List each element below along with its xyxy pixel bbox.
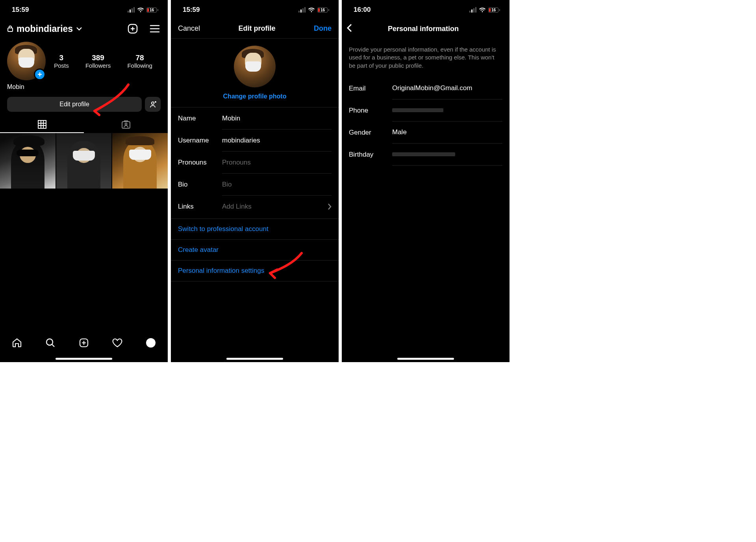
followers-stat[interactable]: 389 Followers (85, 54, 111, 69)
bio-placeholder[interactable]: Bio (222, 174, 332, 196)
pronouns-label: Pronouns (178, 159, 222, 166)
signal-icon (128, 7, 135, 13)
phone-value[interactable] (392, 100, 502, 122)
activity-tab[interactable] (112, 338, 122, 348)
change-photo-button[interactable]: Change profile photo (223, 93, 287, 100)
avatar[interactable]: + (7, 42, 46, 80)
grid-tab[interactable] (0, 116, 84, 133)
annotation-arrow-icon (265, 251, 305, 283)
wifi-icon (308, 7, 315, 13)
svg-point-5 (125, 123, 127, 125)
chevron-left-icon (346, 24, 352, 32)
post-grid (0, 133, 168, 189)
redacted-icon (392, 108, 443, 112)
chevron-down-icon[interactable] (76, 27, 82, 31)
menu-button[interactable] (149, 23, 161, 35)
create-post-button[interactable] (127, 23, 139, 35)
followers-count: 389 (85, 54, 111, 62)
signal-icon (469, 7, 476, 13)
links-field[interactable]: Links Add Links (171, 196, 339, 218)
post-thumbnail[interactable] (56, 133, 112, 189)
following-count: 78 (127, 54, 152, 62)
add-story-icon[interactable]: + (34, 68, 46, 80)
svg-point-6 (46, 339, 53, 345)
email-field[interactable]: Email OriginalMobin@Gmail.com (342, 78, 510, 100)
status-time: 15:59 (12, 6, 29, 14)
content-tabs (0, 116, 168, 133)
links-label: Links (178, 203, 222, 211)
username-value[interactable]: mobindiaries (222, 129, 332, 152)
battery-icon: 16 (317, 7, 329, 13)
links-placeholder[interactable]: Add Links (222, 196, 332, 218)
done-button[interactable]: Done (314, 24, 332, 33)
status-bar: 15:59 16 (0, 0, 168, 20)
birthday-field[interactable]: Birthday (342, 144, 510, 166)
post-thumbnail[interactable] (0, 133, 56, 189)
username-label: Username (178, 137, 222, 144)
posts-stat[interactable]: 3 Posts (54, 54, 69, 69)
personal-info-button[interactable]: Personal information settings (171, 261, 339, 281)
status-time: 15:59 (183, 6, 200, 14)
gender-field[interactable]: Gender Male (342, 122, 510, 144)
display-name: Mobin (0, 80, 168, 94)
back-button[interactable] (346, 24, 352, 34)
svg-rect-3 (38, 120, 46, 128)
following-label: Following (127, 62, 152, 69)
intro-text: Provide your personal information, even … (342, 39, 510, 78)
pronouns-field[interactable]: Pronouns Pronouns (171, 152, 339, 174)
phone-label: Phone (349, 107, 392, 115)
home-tab[interactable] (12, 338, 22, 348)
username-selector[interactable]: mobindiaries (17, 24, 73, 34)
followers-label: Followers (85, 62, 111, 69)
nav-bar: Personal information (342, 20, 510, 39)
links-placeholder-text: Add Links (222, 203, 252, 211)
gender-value[interactable]: Male (392, 122, 502, 144)
svg-point-8 (146, 338, 156, 348)
create-avatar-button[interactable]: Create avatar (171, 240, 339, 261)
stats-row: + 3 Posts 389 Followers 78 Following (0, 38, 168, 80)
nav-bar: Cancel Edit profile Done (171, 20, 339, 39)
search-tab[interactable] (45, 338, 56, 348)
post-thumbnail[interactable] (112, 133, 168, 189)
wifi-icon (479, 7, 486, 13)
svg-rect-0 (8, 28, 13, 31)
status-time: 16:00 (354, 6, 371, 14)
status-right: 16 (469, 7, 500, 13)
avatar[interactable] (234, 46, 276, 87)
name-field[interactable]: Name Mobin (171, 107, 339, 129)
screen-profile: 15:59 16 mobindiaries + (0, 0, 168, 362)
gender-label: Gender (349, 129, 392, 137)
screen-edit-profile: 15:59 16 Cancel Edit profile Done Change… (171, 0, 339, 362)
home-indicator (226, 358, 283, 360)
wifi-icon (137, 7, 144, 13)
reels-tab[interactable] (79, 338, 89, 348)
status-right: 16 (128, 7, 158, 13)
home-indicator (397, 358, 454, 360)
lock-icon (7, 25, 13, 32)
profile-header: mobindiaries (0, 20, 168, 38)
svg-point-2 (152, 102, 154, 104)
edit-form: Name Mobin Username mobindiaries Pronoun… (171, 107, 339, 218)
username-field[interactable]: Username mobindiaries (171, 129, 339, 152)
redacted-icon (392, 152, 455, 156)
bio-field[interactable]: Bio Bio (171, 174, 339, 196)
battery-icon: 16 (146, 7, 158, 13)
email-value[interactable]: OriginalMobin@Gmail.com (392, 78, 502, 100)
following-stat[interactable]: 78 Following (127, 54, 152, 69)
profile-tab[interactable] (146, 338, 156, 348)
name-label: Name (178, 115, 222, 122)
pronouns-placeholder[interactable]: Pronouns (222, 152, 332, 174)
chevron-right-icon (328, 203, 332, 210)
signal-icon (298, 7, 306, 13)
status-bar: 15:59 16 (171, 0, 339, 20)
birthday-value[interactable] (392, 144, 502, 166)
cancel-button[interactable]: Cancel (178, 24, 200, 33)
posts-label: Posts (54, 62, 69, 69)
switch-professional-button[interactable]: Switch to professional account (171, 218, 339, 240)
edit-profile-button[interactable]: Edit profile (7, 97, 142, 112)
page-title: Edit profile (239, 24, 276, 33)
discover-people-button[interactable] (145, 97, 161, 112)
name-value[interactable]: Mobin (222, 107, 332, 129)
tagged-tab[interactable] (84, 116, 168, 133)
phone-field[interactable]: Phone (342, 100, 510, 122)
